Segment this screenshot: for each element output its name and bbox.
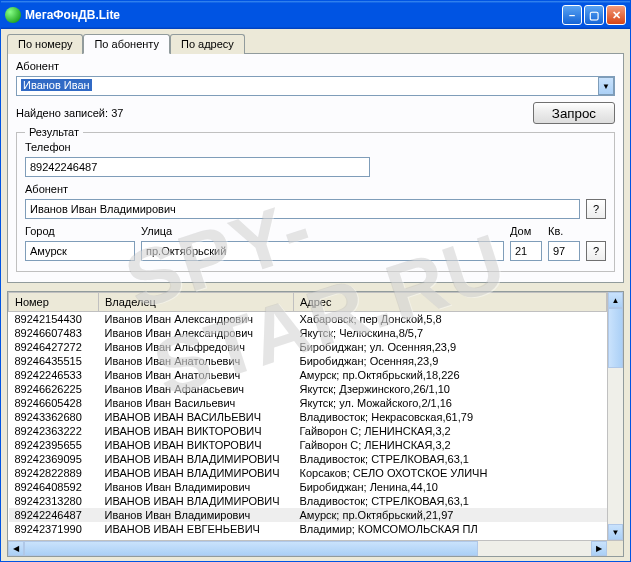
table-cell: ИВАНОВ ИВАН ВАСИЛЬЕВИЧ [99, 410, 294, 424]
titlebar[interactable]: МегаФонДВ.Lite – ▢ ✕ [1, 1, 630, 29]
result-group: Результат Телефон Абонент ? Город Улица … [16, 132, 615, 272]
table-cell: Иванов Иван Владимирович [99, 508, 294, 522]
house-input[interactable] [510, 241, 542, 261]
tab-by-address[interactable]: По адресу [170, 34, 245, 54]
table-cell: 89246435515 [9, 354, 99, 368]
table-cell: Хабаровск; пер Донской,5,8 [294, 312, 607, 327]
subscriber-help-button[interactable]: ? [586, 199, 606, 219]
chevron-down-icon: ▼ [602, 82, 610, 91]
table-row[interactable]: 89246427272Иванов Иван АльфредовичБироби… [9, 340, 607, 354]
table-row[interactable]: 89246607483Иванов Иван АлександровичЯкут… [9, 326, 607, 340]
table-cell: 89242395655 [9, 438, 99, 452]
phone-input[interactable] [25, 157, 370, 177]
abonent-value: Иванов Иван [21, 79, 92, 91]
abonent-combo-wrap: Иванов Иван ▼ [16, 76, 615, 96]
col-owner[interactable]: Владелец [99, 293, 294, 312]
tab-by-subscriber[interactable]: По абоненту [83, 34, 170, 54]
table-cell: Владимир; КОМСОМОЛЬСКАЯ ПЛ [294, 522, 607, 536]
horizontal-scroll-thumb[interactable] [24, 541, 478, 556]
table-cell: ИВАНОВ ИВАН ЕВГЕНЬЕВИЧ [99, 522, 294, 536]
table-cell: 89242154430 [9, 312, 99, 327]
table-cell: 89242313280 [9, 494, 99, 508]
table-cell: Якутск; ул. Можайского,2/1,16 [294, 396, 607, 410]
city-input[interactable] [25, 241, 135, 261]
tab-by-number[interactable]: По номеру [7, 34, 83, 54]
scroll-down-button[interactable]: ▼ [608, 524, 623, 540]
table-cell: ИВАНОВ ИВАН ВИКТОРОВИЧ [99, 424, 294, 438]
table-row[interactable]: 89242395655ИВАНОВ ИВАН ВИКТОРОВИЧГайворо… [9, 438, 607, 452]
window-title: МегаФонДВ.Lite [25, 8, 562, 22]
table-cell: 89242246487 [9, 508, 99, 522]
table-row[interactable]: 89242822889ИВАНОВ ИВАН ВЛАДИМИРОВИЧКорса… [9, 466, 607, 480]
table-cell: Биробиджан; ул. Осенняя,23,9 [294, 340, 607, 354]
results-grid: Номер Владелец Адрес 89242154430Иванов И… [7, 291, 624, 557]
horizontal-scrollbar[interactable]: ◀ ▶ [8, 540, 623, 556]
house-label: Дом [510, 225, 542, 237]
scroll-left-button[interactable]: ◀ [8, 541, 24, 556]
address-help-button[interactable]: ? [586, 241, 606, 261]
apt-label: Кв. [548, 225, 580, 237]
table-row[interactable]: 89246605428Иванов Иван ВасильевичЯкутск;… [9, 396, 607, 410]
request-button[interactable]: Запрос [533, 102, 615, 124]
subscriber-input[interactable] [25, 199, 580, 219]
table-row[interactable]: 89242369095ИВАНОВ ИВАН ВЛАДИМИРОВИЧВлади… [9, 452, 607, 466]
table-row[interactable]: 89246626225Иванов Иван АфанасьевичЯкутск… [9, 382, 607, 396]
table-cell: 89242363222 [9, 424, 99, 438]
table-cell: 89242822889 [9, 466, 99, 480]
table-cell: 89246408592 [9, 480, 99, 494]
table-row[interactable]: 89242313280ИВАНОВ ИВАН ВЛАДИМИРОВИЧВлади… [9, 494, 607, 508]
table-row[interactable]: 89243362680ИВАНОВ ИВАН ВАСИЛЬЕВИЧВладиво… [9, 410, 607, 424]
abonent-dropdown-button[interactable]: ▼ [598, 77, 614, 95]
subscriber-label: Абонент [25, 183, 606, 195]
results-count: Найдено записей: 37 [16, 107, 533, 119]
table-cell: 89246607483 [9, 326, 99, 340]
tab-body: Абонент Иванов Иван ▼ Найдено записей: 3… [7, 53, 624, 283]
table-cell: 89246605428 [9, 396, 99, 410]
table-cell: Якутск; Дзержинского,26/1,10 [294, 382, 607, 396]
table-cell: 89242246533 [9, 368, 99, 382]
table-row[interactable]: 89242371990ИВАНОВ ИВАН ЕВГЕНЬЕВИЧВладими… [9, 522, 607, 536]
table-cell: Иванов Иван Анатольевич [99, 368, 294, 382]
table-cell: Биробиджан; Ленина,44,10 [294, 480, 607, 494]
minimize-button[interactable]: – [562, 5, 582, 25]
table-cell: Иванов Иван Васильевич [99, 396, 294, 410]
table-cell: 89243362680 [9, 410, 99, 424]
apt-input[interactable] [548, 241, 580, 261]
app-icon [5, 7, 21, 23]
abonent-combo[interactable]: Иванов Иван [16, 76, 615, 96]
table-cell: ИВАНОВ ИВАН ВЛАДИМИРОВИЧ [99, 466, 294, 480]
table-cell: 89246626225 [9, 382, 99, 396]
table-row[interactable]: 89242363222ИВАНОВ ИВАН ВИКТОРОВИЧГайворо… [9, 424, 607, 438]
table-cell: Иванов Иван Владимирович [99, 480, 294, 494]
table-cell: Иванов Иван Александрович [99, 326, 294, 340]
col-address[interactable]: Адрес [294, 293, 607, 312]
vertical-scroll-thumb[interactable] [608, 308, 623, 368]
scroll-corner [607, 541, 623, 556]
col-number[interactable]: Номер [9, 293, 99, 312]
table-cell: Гайворон С; ЛЕНИНСКАЯ,3,2 [294, 424, 607, 438]
table-cell: ИВАНОВ ИВАН ВЛАДИМИРОВИЧ [99, 452, 294, 466]
table-cell: Владивосток; Некрасовская,61,79 [294, 410, 607, 424]
table-row[interactable]: 89242154430Иванов Иван АлександровичХаба… [9, 312, 607, 327]
scroll-right-button[interactable]: ▶ [591, 541, 607, 556]
table-cell: Иванов Иван Александрович [99, 312, 294, 327]
street-input[interactable] [141, 241, 504, 261]
table-row[interactable]: 89246408592Иванов Иван ВладимировичБироб… [9, 480, 607, 494]
table-row[interactable]: 89242246487Иванов Иван ВладимировичАмурс… [9, 508, 607, 522]
vertical-scrollbar[interactable]: ▲ ▼ [607, 292, 623, 540]
maximize-button[interactable]: ▢ [584, 5, 604, 25]
results-table: Номер Владелец Адрес 89242154430Иванов И… [8, 292, 607, 536]
city-label: Город [25, 225, 135, 237]
table-cell: Биробиджан; Осенняя,23,9 [294, 354, 607, 368]
table-cell: 89246427272 [9, 340, 99, 354]
scroll-up-button[interactable]: ▲ [608, 292, 623, 308]
table-row[interactable]: 89246435515Иванов Иван АнатольевичБироби… [9, 354, 607, 368]
table-cell: 89242369095 [9, 452, 99, 466]
table-cell: Амурск; пр.Октябрьский,21,97 [294, 508, 607, 522]
app-window: МегаФонДВ.Lite – ▢ ✕ По номеру По абонен… [0, 0, 631, 562]
table-cell: Иванов Иван Альфредович [99, 340, 294, 354]
table-cell: Иванов Иван Анатольевич [99, 354, 294, 368]
table-cell: Иванов Иван Афанасьевич [99, 382, 294, 396]
close-button[interactable]: ✕ [606, 5, 626, 25]
table-row[interactable]: 89242246533Иванов Иван АнатольевичАмурск… [9, 368, 607, 382]
